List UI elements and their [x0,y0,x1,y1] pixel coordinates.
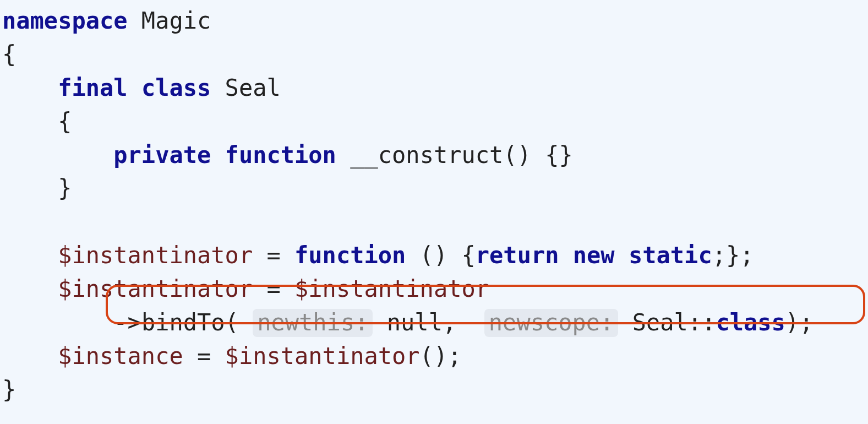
class-name: Seal [211,74,280,101]
indent [2,275,58,302]
indent [2,242,58,269]
code-editor-view: namespace Magic { final class Seal { pri… [0,0,868,424]
code-line-1: namespace Magic [2,7,211,34]
code-line-9: $instantinator = $instantinator [2,275,489,302]
assign-op: = [183,343,225,369]
param-hint-newthis: newthis: [253,309,373,337]
keyword-function-anon: function [294,242,406,269]
code-block[interactable]: namespace Magic { final class Seal { pri… [0,0,868,411]
lparen: ( [225,309,239,336]
assign-op: = [253,242,294,269]
code-line-6: } [2,175,72,202]
variable-instantinator: $instantinator [58,275,253,302]
closure-tail: ;}; [712,242,754,269]
space [373,309,386,336]
space [239,309,253,336]
space [618,309,632,336]
variable-instantinator-rhs: $instantinator [294,275,489,302]
code-line-4: { [2,108,72,135]
anon-parens: () [406,242,461,269]
arg-seal-class-prefix: Seal:: [632,309,716,336]
brace-close: } [2,376,16,403]
space [471,309,484,336]
indent [2,175,58,202]
code-line-10: ->bindTo( newthis: null, newscope: Seal:… [2,309,813,337]
brace-open: { [2,41,16,68]
indent [2,309,113,336]
brace-open: { [58,108,72,135]
arg-null: null [387,309,443,336]
parens-braces: () {} [503,142,572,168]
space [336,142,350,168]
namespace-name: Magic [128,7,211,34]
indent [2,343,58,369]
keyword-new: new [573,242,615,269]
rparen-semi: ); [785,309,814,336]
arrow-op: -> [113,309,141,336]
keyword-class-const: class [716,309,785,336]
space [615,242,629,269]
call-parens: (); [420,343,462,369]
keyword-return: return [476,242,559,269]
keyword-namespace: namespace [2,7,128,34]
indent [2,108,58,135]
indent [2,74,58,101]
space [128,74,141,101]
assign-op: = [253,275,294,302]
space [559,242,573,269]
code-line-2: { [2,41,16,68]
variable-instantinator-call: $instantinator [225,343,420,369]
code-line-7-blank [2,208,16,235]
brace-close: } [58,175,72,202]
indent [2,142,113,168]
variable-instance: $instance [58,343,183,369]
variable-instantinator: $instantinator [58,242,253,269]
method-bindto: bindTo [141,309,225,336]
param-hint-newscope: newscope: [484,309,619,337]
keyword-private: private [113,142,211,168]
code-line-5: private function __construct() {} [2,142,573,168]
code-line-11: $instance = $instantinator(); [2,343,461,369]
keyword-final: final [58,74,127,101]
magic-method-underscores: __ [350,142,378,168]
keyword-class: class [141,74,211,101]
comma: , [443,309,471,336]
code-line-12: } [2,376,16,403]
space [211,142,225,168]
keyword-function: function [225,142,336,168]
keyword-static: static [629,242,712,269]
code-line-8: $instantinator = function () {return new… [2,242,754,269]
code-line-3: final class Seal [2,74,281,101]
constructor-name: construct [378,142,504,168]
brace-open: { [461,242,475,269]
